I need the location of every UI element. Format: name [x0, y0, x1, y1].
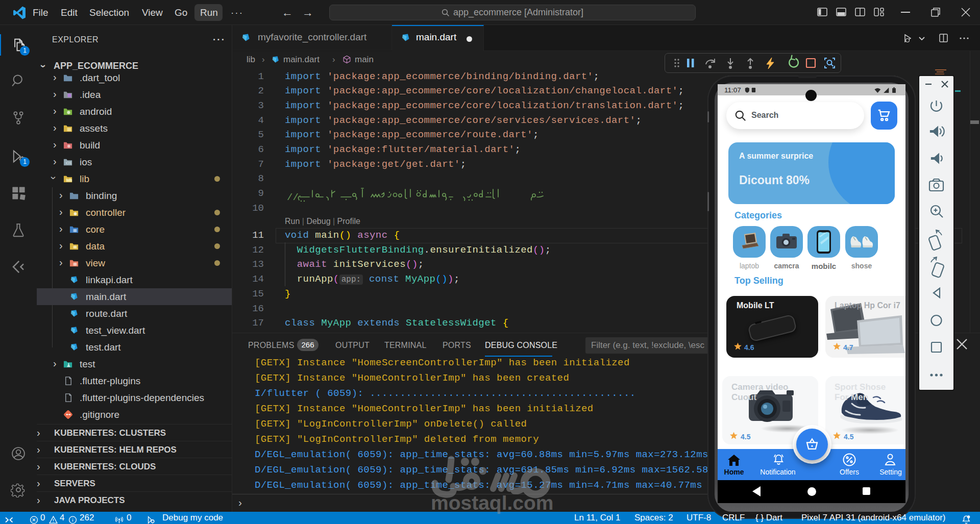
- svg-text:mostaql.com: mostaql.com: [431, 492, 554, 514]
- svg-text://: //: [287, 192, 299, 203]
- svg-text:iOS: iOS: [66, 161, 72, 165]
